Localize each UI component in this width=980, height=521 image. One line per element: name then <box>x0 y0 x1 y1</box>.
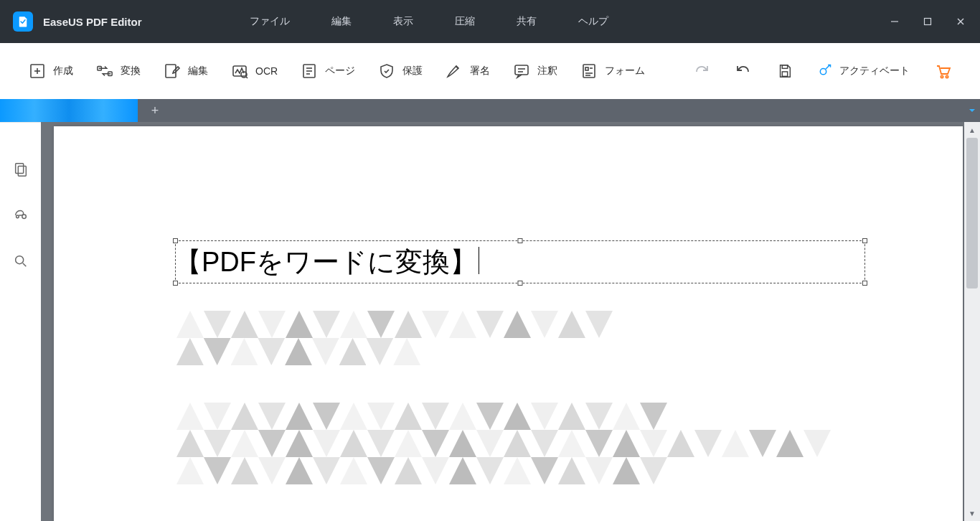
svg-rect-17 <box>515 65 528 75</box>
edit-label: 編集 <box>188 65 208 78</box>
cart-icon <box>934 62 951 80</box>
scroll-track[interactable] <box>964 138 980 505</box>
svg-rect-21 <box>585 67 588 70</box>
ocr-icon <box>231 62 248 80</box>
svg-point-33 <box>16 215 19 218</box>
tool-group-right: アクティベート <box>693 62 951 80</box>
resize-handle-tm[interactable] <box>518 238 523 243</box>
form-button[interactable]: フォーム <box>580 62 645 80</box>
comment-button[interactable]: 注釈 <box>513 62 557 80</box>
protect-button[interactable]: 保護 <box>378 62 423 80</box>
heading-text[interactable]: 【PDFをワードに変換】 <box>174 244 512 281</box>
document-tabs: + <box>0 99 980 122</box>
svg-rect-31 <box>18 166 26 176</box>
page-button[interactable]: ページ <box>301 62 355 80</box>
pdf-page: 【PDFをワードに変換】 <box>54 126 963 521</box>
tool-group-left: 作成 変換 編集 OCR ページ 保護 署名 注釈 <box>29 62 645 80</box>
sign-label: 署名 <box>470 65 490 78</box>
left-sidebar <box>0 122 41 521</box>
save-icon <box>776 62 793 80</box>
svg-line-12 <box>246 77 248 78</box>
search-panel-button[interactable] <box>11 252 30 271</box>
vertical-scrollbar[interactable]: ▲ ▼ <box>964 122 980 521</box>
convert-button[interactable]: 変換 <box>96 62 141 80</box>
convert-icon <box>96 62 113 80</box>
menu-edit[interactable]: 編集 <box>324 11 359 32</box>
svg-rect-25 <box>782 65 787 69</box>
document-canvas[interactable]: 【PDFをワードに変換】 <box>41 122 964 521</box>
svg-point-34 <box>15 256 23 264</box>
edit-icon <box>164 62 181 80</box>
minimize-button[interactable] <box>888 15 901 28</box>
save-button[interactable] <box>776 62 793 80</box>
redacted-body <box>176 311 865 497</box>
comment-icon <box>513 62 530 80</box>
menu-help[interactable]: ヘルプ <box>571 11 616 32</box>
text-caret <box>479 247 479 274</box>
heading-content: 【PDFをワードに変換】 <box>174 247 477 277</box>
resize-handle-bl[interactable] <box>173 281 178 286</box>
scroll-up-button[interactable]: ▲ <box>969 122 976 138</box>
menu-compress[interactable]: 圧縮 <box>448 11 482 32</box>
page-icon <box>301 62 318 80</box>
main-toolbar: 作成 変換 編集 OCR ページ 保護 署名 注釈 <box>0 43 980 99</box>
shield-icon <box>378 62 395 80</box>
edit-button[interactable]: 編集 <box>164 62 208 80</box>
resize-handle-br[interactable] <box>862 281 867 286</box>
maximize-button[interactable] <box>921 15 934 28</box>
workspace: 【PDFをワードに変換】 ▲ <box>0 122 980 521</box>
resize-handle-tl[interactable] <box>173 238 178 243</box>
create-label: 作成 <box>53 65 73 78</box>
form-label: フォーム <box>605 65 645 78</box>
activate-button[interactable]: アクティベート <box>818 63 910 80</box>
svg-rect-10 <box>233 66 246 76</box>
scroll-thumb[interactable] <box>966 138 978 288</box>
redo-icon <box>693 62 710 80</box>
pen-icon <box>446 62 463 80</box>
close-button[interactable] <box>954 15 967 28</box>
sign-button[interactable]: 署名 <box>446 62 490 80</box>
active-tab[interactable] <box>0 99 138 122</box>
menu-bar: ファイル 編集 表示 圧縮 共有 ヘルプ <box>242 11 616 32</box>
create-button[interactable]: 作成 <box>29 62 73 80</box>
menu-view[interactable]: 表示 <box>386 11 420 32</box>
tab-overflow-button[interactable] <box>964 99 980 122</box>
activate-label: アクティベート <box>839 65 910 78</box>
ocr-button[interactable]: OCR <box>231 62 278 80</box>
bookmarks-panel-button[interactable] <box>11 206 30 225</box>
convert-label: 変換 <box>121 65 141 78</box>
page-label: ページ <box>325 65 355 78</box>
svg-point-27 <box>820 68 826 74</box>
undo-button[interactable] <box>735 62 752 80</box>
app-title: EaseUS PDF Editor <box>43 16 142 28</box>
redo-button[interactable] <box>693 62 710 80</box>
ocr-label: OCR <box>255 65 278 77</box>
svg-point-29 <box>946 75 948 78</box>
new-tab-button[interactable]: + <box>146 102 164 119</box>
window-controls <box>888 15 967 28</box>
svg-rect-26 <box>782 72 787 76</box>
resize-handle-tr[interactable] <box>862 238 867 243</box>
svg-line-35 <box>22 263 26 267</box>
menu-file[interactable]: ファイル <box>242 11 297 32</box>
svg-rect-30 <box>15 164 23 174</box>
form-icon <box>580 62 598 80</box>
protect-label: 保護 <box>402 65 423 78</box>
app-logo <box>13 11 33 32</box>
resize-handle-bm[interactable] <box>518 281 523 286</box>
menu-share[interactable]: 共有 <box>509 11 544 32</box>
scroll-down-button[interactable]: ▼ <box>969 505 976 521</box>
thumbnails-panel-button[interactable] <box>11 160 30 179</box>
svg-rect-1 <box>925 19 931 25</box>
activate-icon <box>818 63 832 80</box>
svg-point-32 <box>22 215 26 219</box>
undo-icon <box>735 62 752 80</box>
cart-button[interactable] <box>934 62 951 80</box>
comment-label: 注釈 <box>537 65 557 78</box>
plus-square-icon <box>29 62 46 80</box>
svg-point-28 <box>941 75 943 78</box>
title-bar: EaseUS PDF Editor ファイル 編集 表示 圧縮 共有 ヘルプ <box>0 0 980 43</box>
